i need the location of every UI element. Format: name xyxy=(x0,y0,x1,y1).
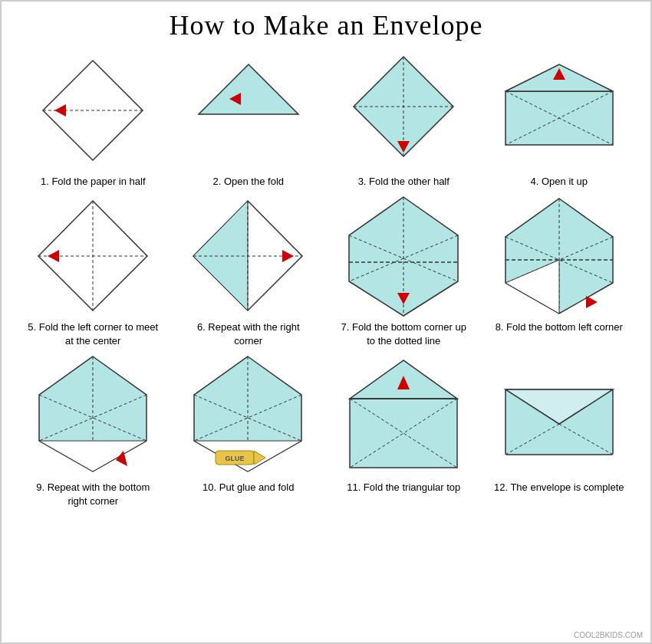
step-1-diagram xyxy=(24,49,162,172)
page-title: How to Make an Envelope xyxy=(9,9,643,41)
step-11: 11. Fold the triangular top xyxy=(328,355,480,508)
step-2-diagram xyxy=(179,49,318,172)
steps-grid: 1. Fold the paper in half 2. Open the fo… xyxy=(9,49,643,508)
step-11-diagram xyxy=(334,355,473,478)
step-12-diagram xyxy=(490,355,628,478)
step-10-label: 10. Put glue and fold xyxy=(203,481,294,495)
step-2-label: 2. Open the fold xyxy=(212,175,284,189)
step-5: 5. Fold the left corner to meet at the c… xyxy=(17,195,170,348)
step-4-label: 4. Open it up xyxy=(531,175,588,189)
step-6-label: 6. Repeat with the right corner xyxy=(183,320,314,348)
step-9: 9. Repeat with the bottom right corner xyxy=(17,355,170,508)
step-8: 8. Fold the bottom left corner xyxy=(483,195,636,348)
step-9-diagram xyxy=(24,355,162,478)
step-5-diagram xyxy=(24,195,162,317)
step-5-label: 5. Fold the left corner to meet at the c… xyxy=(28,320,158,348)
step-8-label: 8. Fold the bottom left corner xyxy=(496,320,623,334)
step-3-diagram xyxy=(334,49,473,172)
step-7-label: 7. Fold the bottom corner up to the dott… xyxy=(338,320,469,348)
step-7: 7. Fold the bottom corner up to the dott… xyxy=(328,195,480,348)
step-8-diagram xyxy=(490,195,628,317)
step-1: 1. Fold the paper in half xyxy=(17,49,170,189)
step-4-diagram xyxy=(490,49,628,172)
svg-text:GLUE: GLUE xyxy=(226,455,245,462)
step-9-label: 9. Repeat with the bottom right corner xyxy=(28,481,158,508)
step-12: 12. The envelope is complete xyxy=(483,355,636,508)
step-11-label: 11. Fold the triangular top xyxy=(347,481,460,495)
step-3: 3. Fold the other half xyxy=(328,49,480,189)
svg-marker-36 xyxy=(586,296,598,308)
watermark: COOL2BKIDS.COM xyxy=(574,631,643,639)
step-6: 6. Repeat with the right corner xyxy=(173,195,325,348)
step-4: 4. Open it up xyxy=(483,49,636,189)
svg-marker-41 xyxy=(39,441,147,472)
step-12-label: 12. The envelope is complete xyxy=(494,481,624,495)
svg-marker-3 xyxy=(199,64,298,114)
step-10: GLUE 10. Put glue and fold xyxy=(173,355,325,508)
step-6-diagram xyxy=(179,195,318,317)
page: How to Make an Envelope 1. Fold the pape… xyxy=(0,0,652,644)
step-1-label: 1. Fold the paper in half xyxy=(41,175,146,189)
step-7-diagram xyxy=(334,195,473,317)
step-10-diagram: GLUE xyxy=(179,355,318,478)
step-3-label: 3. Fold the other half xyxy=(358,175,449,189)
step-2: 2. Open the fold xyxy=(173,49,325,189)
